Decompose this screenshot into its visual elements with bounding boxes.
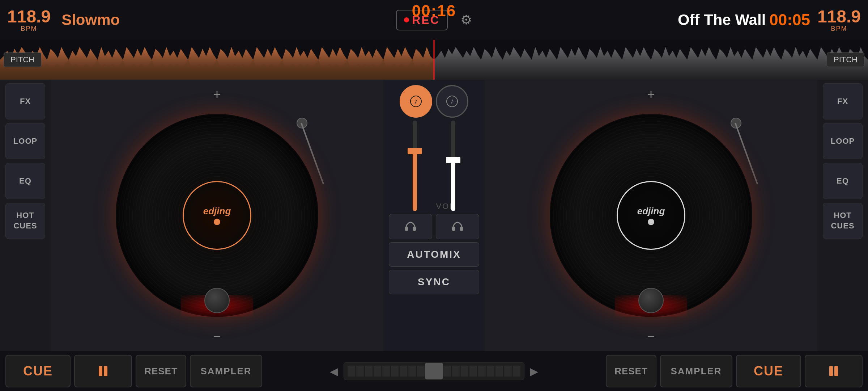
deck-right-bottom-controls: − (647, 329, 655, 344)
turntable-disc-left[interactable]: edjing (116, 114, 318, 317)
svg-rect-6 (452, 227, 455, 231)
deck-right-top-controls: + (647, 87, 655, 102)
cue-button-left[interactable]: CUE (5, 355, 71, 387)
top-bar: 118.9 BPM Slowmo 00:16 REC ⚙ Off The Wal… (0, 0, 868, 40)
deck-right-bpm: 118.9 (817, 8, 861, 25)
svg-rect-4 (405, 227, 408, 231)
eq-button-left[interactable]: EQ (5, 163, 45, 199)
deck-left-bottom-controls: − (213, 329, 221, 344)
top-bar-center: 00:16 REC ⚙ (362, 0, 506, 40)
loop-button-left[interactable]: LOOP (5, 123, 45, 159)
pause-button-left[interactable] (74, 355, 132, 387)
automix-button[interactable]: AUTOMIX (389, 242, 479, 267)
svg-rect-8 (99, 366, 102, 376)
deck-left: + edjing − (51, 80, 383, 351)
pitch-button-left[interactable]: PITCH (4, 52, 41, 67)
headphone-button-right[interactable] (436, 214, 479, 239)
fader-left-fill (413, 152, 417, 211)
loop-button-right[interactable]: LOOP (823, 123, 863, 159)
deck-right-timer: 00:05 (769, 11, 810, 29)
deck-right-track-title: Off The Wall (678, 11, 769, 29)
side-panel-left: FX LOOP EQ HOT CUES (0, 80, 51, 351)
crossfader-thumb[interactable] (425, 363, 443, 379)
waveform-left (0, 40, 434, 80)
settings-icon[interactable]: ⚙ (460, 12, 472, 28)
plus-button-left[interactable]: + (213, 87, 221, 102)
deck-right-bpm-label: BPM (817, 25, 861, 32)
mixer-panel: ♪ ♪ VOL (383, 80, 485, 351)
svg-rect-10 (829, 366, 833, 376)
crossfader-right-arrow[interactable]: ▶ (530, 365, 538, 378)
pitch-button-right[interactable]: PITCH (827, 52, 864, 67)
deck-left-bpm-block: 118.9 BPM (7, 8, 51, 32)
svg-rect-9 (104, 366, 107, 376)
turntable-label-right: edjing (617, 181, 685, 250)
fader-right-container (451, 121, 455, 211)
fx-button-right[interactable]: FX (823, 83, 863, 119)
svg-rect-5 (413, 227, 416, 231)
svg-rect-11 (834, 366, 838, 376)
waveform-right (434, 40, 868, 80)
fader-right-track[interactable] (451, 121, 455, 211)
minus-button-left[interactable]: − (213, 329, 221, 344)
fader-right-fill (451, 161, 455, 211)
main-area: FX LOOP EQ HOT CUES + edjing (0, 80, 868, 351)
fader-left-container (413, 121, 417, 211)
rec-dot (404, 17, 409, 22)
hot-cues-button-left[interactable]: HOT CUES (5, 203, 45, 239)
turntable-label-text-left: edjing (203, 206, 231, 217)
crossfader-section: ◀ (264, 362, 604, 380)
bottom-bar: CUE RESET SAMPLER ◀ (0, 351, 868, 391)
fader-left-thumb[interactable] (408, 148, 422, 154)
minus-button-right[interactable]: − (647, 329, 655, 344)
crossfader-left-arrow[interactable]: ◀ (330, 365, 338, 378)
svg-text:♪: ♪ (450, 96, 454, 105)
deck-right-bpm-block: 118.9 BPM (817, 8, 861, 32)
svg-text:♪: ♪ (414, 96, 418, 105)
deck-left-info: 118.9 BPM (0, 8, 58, 32)
turntable-center-right (648, 219, 654, 225)
cue-button-right[interactable]: CUE (736, 355, 801, 387)
turntable-left[interactable]: edjing (116, 114, 318, 317)
crossfader-track[interactable] (344, 362, 524, 380)
playhead (434, 40, 435, 80)
mixer-deck-left-icon[interactable]: ♪ (400, 85, 432, 118)
top-bar-left: 118.9 BPM Slowmo (0, 0, 362, 40)
deck-left-top-controls: + (213, 87, 221, 102)
eq-button-right[interactable]: EQ (823, 163, 863, 199)
turntable-label-left: edjing (183, 181, 251, 250)
headphone-button-left[interactable] (389, 214, 432, 239)
turntable-center-left (214, 219, 220, 225)
deck-left-bpm-label: BPM (7, 25, 51, 32)
deck-left-bpm: 118.9 (7, 8, 51, 25)
hot-cues-button-right[interactable]: HOT CUES (823, 203, 863, 239)
deck-left-track-title: Slowmo (58, 11, 120, 29)
reset-button-left[interactable]: RESET (136, 355, 186, 387)
pause-button-right[interactable] (805, 355, 863, 387)
sync-button[interactable]: SYNC (389, 270, 479, 294)
mixer-icons-row: ♪ ♪ (400, 85, 468, 118)
side-panel-right: FX LOOP EQ HOT CUES (817, 80, 868, 351)
deck-right: + edjing − (485, 80, 817, 351)
bottom-knob-right[interactable] (638, 288, 664, 313)
fader-area: VOL (409, 121, 459, 211)
plus-button-right[interactable]: + (647, 87, 655, 102)
deck-left-timer: 00:16 (412, 2, 456, 20)
fx-button-left[interactable]: FX (5, 83, 45, 119)
headphone-row (389, 214, 479, 239)
bottom-knob-left[interactable] (204, 288, 230, 313)
top-right-controls: 00:05 118.9 BPM (769, 8, 868, 32)
fader-right-thumb[interactable] (446, 157, 460, 163)
reset-button-right[interactable]: RESET (606, 355, 656, 387)
sampler-button-right[interactable]: SAMPLER (660, 355, 732, 387)
turntable-right[interactable]: edjing (550, 114, 752, 317)
sampler-button-left[interactable]: SAMPLER (190, 355, 262, 387)
turntable-disc-right[interactable]: edjing (550, 114, 752, 317)
mixer-deck-right-icon[interactable]: ♪ (436, 85, 468, 118)
top-bar-right: Off The Wall 00:05 118.9 BPM (506, 0, 868, 40)
waveform-strip[interactable]: PITCH PITCH (0, 40, 868, 80)
fader-left-track[interactable] (413, 121, 417, 211)
turntable-label-text-right: edjing (637, 206, 665, 217)
svg-rect-7 (460, 227, 463, 231)
